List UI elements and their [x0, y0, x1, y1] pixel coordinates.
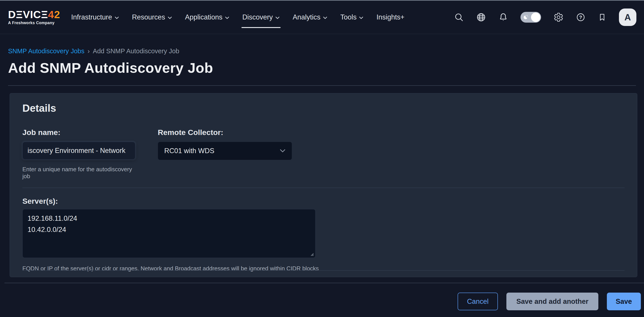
- nav-item-infrastructure[interactable]: Infrastructure: [71, 13, 119, 21]
- title-divider: [8, 85, 636, 86]
- breadcrumb-parent-link[interactable]: SNMP Autodiscovery Jobs: [8, 48, 84, 55]
- servers-textarea-wrap: [22, 209, 316, 259]
- main-menu: Infrastructure Resources Applications Di…: [71, 13, 404, 21]
- chevron-down-icon: [114, 16, 119, 19]
- nav-utility-icons: ? A: [454, 9, 636, 26]
- job-name-help-text: Enter a unique name for the autodiscover…: [22, 166, 136, 180]
- nav-item-label: Infrastructure: [71, 13, 112, 21]
- footer-divider: [4, 283, 644, 283]
- remote-collector-label: Remote Collector:: [158, 128, 292, 137]
- job-name-input[interactable]: [22, 142, 136, 160]
- chevron-down-icon: [168, 16, 172, 19]
- job-name-field-group: Job name: Enter a unique name for the au…: [22, 128, 136, 180]
- nav-item-resources[interactable]: Resources: [132, 13, 172, 21]
- nav-item-label: Insights+: [376, 13, 404, 21]
- search-icon[interactable]: [454, 13, 464, 22]
- nav-item-label: Discovery: [242, 13, 273, 21]
- nav-item-label: Tools: [340, 13, 356, 21]
- cancel-button[interactable]: Cancel: [458, 292, 498, 310]
- toggle-knob: [531, 13, 540, 22]
- globe-icon[interactable]: [476, 12, 486, 22]
- section-divider: [22, 188, 624, 188]
- moon-stars-icon: [522, 14, 529, 21]
- save-button[interactable]: Save: [607, 292, 641, 310]
- nav-item-analytics[interactable]: Analytics: [293, 13, 327, 21]
- logo-main: DΞVICΞ: [8, 9, 48, 20]
- servers-textarea[interactable]: [22, 209, 316, 258]
- section-title: Details: [22, 93, 624, 115]
- select-chevron-down-icon: [280, 149, 286, 153]
- nav-item-applications[interactable]: Applications: [185, 13, 229, 21]
- remote-collector-select[interactable]: RC01 with WDS: [158, 142, 292, 160]
- chevron-down-icon: [323, 16, 327, 19]
- breadcrumb: SNMP Autodiscovery Jobs › Add SNMP Autod…: [8, 48, 636, 55]
- footer-actions: Cancel Save and add another Save: [0, 292, 644, 310]
- nav-item-label: Analytics: [293, 13, 320, 21]
- remote-collector-field-group: Remote Collector: RC01 with WDS: [158, 128, 292, 180]
- page-title: Add SNMP Autodiscovery Job: [8, 60, 636, 76]
- chevron-down-icon: [359, 16, 364, 19]
- bookmark-icon[interactable]: [598, 13, 606, 22]
- user-avatar[interactable]: A: [619, 9, 636, 26]
- save-and-add-another-button[interactable]: Save and add another: [506, 292, 598, 310]
- chevron-down-icon: [275, 16, 280, 19]
- top-navigation-bar: DΞVICΞ42 A Freshworks Company Infrastruc…: [0, 1, 644, 34]
- job-name-label: Job name:: [22, 128, 136, 137]
- logo-accent: 42: [48, 9, 60, 20]
- avatar-initial: A: [624, 12, 631, 22]
- remote-collector-selected-value: RC01 with WDS: [164, 147, 214, 155]
- details-card: Details Job name: Enter a unique name fo…: [10, 93, 637, 277]
- nav-item-label: Applications: [185, 13, 222, 21]
- servers-help-text: FQDN or IP of the server(s) or cidr or r…: [22, 265, 624, 272]
- svg-text:?: ?: [579, 15, 582, 20]
- chevron-down-icon: [225, 16, 229, 19]
- dark-mode-toggle[interactable]: [520, 12, 541, 23]
- help-icon[interactable]: ?: [576, 13, 585, 22]
- card-bottom-divider: [22, 270, 624, 271]
- field-row-top: Job name: Enter a unique name for the au…: [22, 128, 624, 180]
- notifications-bell-icon[interactable]: [498, 13, 508, 22]
- settings-gear-icon[interactable]: [554, 12, 564, 22]
- servers-label: Server(s):: [22, 197, 624, 206]
- nav-item-label: Resources: [132, 13, 165, 21]
- nav-item-discovery[interactable]: Discovery: [242, 13, 280, 21]
- nav-item-tools[interactable]: Tools: [340, 13, 364, 21]
- logo-tagline: A Freshworks Company: [8, 21, 61, 25]
- breadcrumb-separator: ›: [88, 48, 90, 55]
- logo-wordmark: DΞVICΞ42: [8, 9, 61, 20]
- nav-item-insights[interactable]: Insights+: [376, 13, 404, 21]
- breadcrumb-current: Add SNMP Autodiscovery Job: [93, 48, 179, 55]
- device42-logo[interactable]: DΞVICΞ42 A Freshworks Company: [8, 9, 61, 25]
